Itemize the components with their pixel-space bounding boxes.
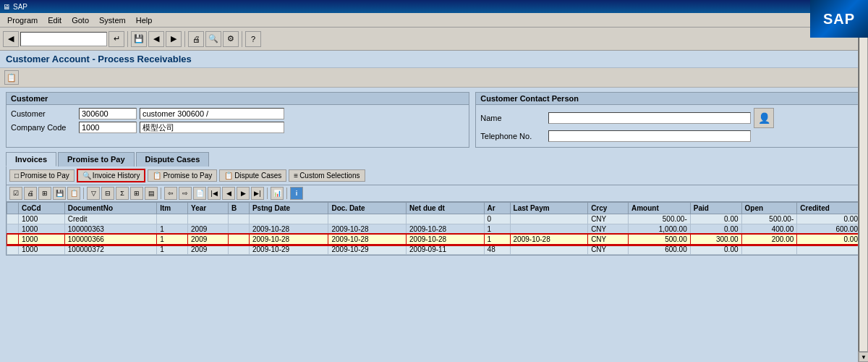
col-year[interactable]: Year bbox=[188, 203, 229, 214]
action-icon-btn[interactable]: 📋 bbox=[4, 70, 19, 85]
cell-year: 2009 bbox=[188, 224, 229, 235]
cell-paid: 300.00 bbox=[690, 235, 741, 245]
cell-itm: 1 bbox=[157, 235, 188, 245]
table-row[interactable]: 1000 100000372 1 2009 2009-10-29 2009-10… bbox=[7, 245, 861, 255]
col-docno[interactable]: DocumentNo bbox=[64, 203, 156, 214]
chart-icon[interactable]: 📊 bbox=[271, 187, 284, 200]
custom-selections-button[interactable]: ≡ Custom Selections bbox=[289, 169, 365, 182]
cell-year: 2009 bbox=[188, 235, 229, 245]
funnel-icon[interactable]: ▽ bbox=[87, 187, 100, 200]
table-row[interactable]: 1000 Credit 0 CNY 500.00- bbox=[7, 214, 861, 224]
promise-to-pay-button[interactable]: □ Promise to Pay bbox=[9, 169, 75, 182]
command-input[interactable] bbox=[20, 32, 107, 46]
col-open[interactable]: Open bbox=[741, 203, 797, 214]
cell-paid: 0.00 bbox=[690, 224, 741, 235]
import-icon[interactable]: ⇦ bbox=[164, 187, 177, 200]
export-icon[interactable]: ⇨ bbox=[179, 187, 192, 200]
cell-credited: 0.00 bbox=[797, 235, 861, 245]
settings-button[interactable]: ⚙ bbox=[223, 31, 239, 47]
dispute-cases-label: Dispute Cases bbox=[234, 172, 281, 180]
save-button[interactable]: 💾 bbox=[131, 31, 147, 47]
customer-panel-body: Customer 300600 customer 300600 / Compan… bbox=[7, 105, 469, 138]
select-all-icon[interactable]: ☑ bbox=[9, 187, 22, 200]
col-paid[interactable]: Paid bbox=[690, 203, 741, 214]
nav-last-icon[interactable]: ▶| bbox=[251, 187, 264, 200]
cell-crcy: CNY bbox=[588, 224, 629, 235]
info-icon[interactable]: i bbox=[290, 187, 303, 200]
save-icon[interactable]: 💾 bbox=[53, 187, 66, 200]
find-button[interactable]: 🔍 bbox=[205, 31, 221, 47]
telephone-label: Telephone No. bbox=[480, 132, 545, 140]
table-row[interactable]: 1000 100000363 1 2009 2009-10-28 2009-10… bbox=[7, 224, 861, 235]
copy-icon[interactable]: 📋 bbox=[67, 187, 80, 200]
col-cocd[interactable]: CoCd bbox=[19, 203, 65, 214]
scroll-track[interactable] bbox=[859, 23, 868, 352]
layout-icon[interactable]: ▤ bbox=[145, 187, 158, 200]
col-credited[interactable]: Credited bbox=[797, 203, 861, 214]
contact-person-icon[interactable]: 👤 bbox=[754, 108, 774, 128]
table-row-selected[interactable]: 1000 100000366 1 2009 2009-10-28 2009-10… bbox=[7, 235, 861, 245]
icon-sep-3 bbox=[267, 188, 268, 199]
cell-netdue: 2009-10-28 bbox=[407, 235, 485, 245]
col-netdue[interactable]: Net due dt bbox=[407, 203, 485, 214]
cell-paid: 0.00 bbox=[690, 245, 741, 255]
nav-forward-button[interactable]: ▶ bbox=[166, 31, 182, 47]
col-select bbox=[7, 203, 19, 214]
tab-dispute-cases[interactable]: Dispute Cases bbox=[136, 152, 210, 167]
help-icon-button[interactable]: ? bbox=[245, 31, 261, 47]
cell-docdate: 2009-10-28 bbox=[328, 235, 407, 245]
nav-next-icon[interactable]: ▶ bbox=[237, 187, 250, 200]
menu-program[interactable]: Program bbox=[3, 15, 42, 25]
tab-promise-to-pay[interactable]: Promise to Pay bbox=[58, 152, 134, 167]
dispute-cases-button[interactable]: 📋 Dispute Cases bbox=[219, 169, 286, 182]
promise-to-pay-2-button[interactable]: 📋 Promise to Pay bbox=[148, 169, 217, 182]
cell-b bbox=[228, 214, 249, 224]
company-code-value: 1000 bbox=[79, 122, 137, 133]
scrollbar-v[interactable]: ▲ ▼ bbox=[858, 13, 868, 362]
back-button[interactable]: ◀ bbox=[3, 31, 19, 47]
cell-lastpaym bbox=[510, 214, 588, 224]
nav-back-button[interactable]: ◀ bbox=[148, 31, 164, 47]
cell-open bbox=[741, 245, 797, 255]
menu-edit[interactable]: Edit bbox=[43, 15, 66, 25]
enter-button[interactable]: ↵ bbox=[109, 31, 124, 47]
nav-prev-icon[interactable]: ◀ bbox=[222, 187, 235, 200]
cell-crcy: CNY bbox=[588, 235, 629, 245]
grid-icon[interactable]: ⊞ bbox=[130, 187, 143, 200]
col-pstng[interactable]: Pstng Date bbox=[249, 203, 328, 214]
nav-first-icon[interactable]: |◀ bbox=[208, 187, 221, 200]
cell-docno: Credit bbox=[64, 214, 156, 224]
cell-pstng: 2009-10-28 bbox=[249, 235, 328, 245]
page-icon[interactable]: 📄 bbox=[193, 187, 206, 200]
promise-to-pay-label: Promise to Pay bbox=[20, 172, 69, 180]
print-icon[interactable]: 🖨 bbox=[24, 187, 37, 200]
col-itm[interactable]: Itm bbox=[157, 203, 188, 214]
menu-help[interactable]: Help bbox=[132, 15, 157, 25]
col-lastpaym[interactable]: Last Paym bbox=[510, 203, 588, 214]
customer-value: 300600 bbox=[79, 108, 137, 119]
col-b[interactable]: B bbox=[228, 203, 249, 214]
company-code-row: Company Code 1000 模型公司 bbox=[11, 122, 464, 133]
scroll-down-button[interactable]: ▼ bbox=[859, 352, 868, 362]
row-select[interactable] bbox=[7, 235, 19, 245]
filter-icon[interactable]: ⊞ bbox=[38, 187, 51, 200]
tab-invoices[interactable]: Invoices bbox=[6, 152, 56, 167]
col-ar[interactable]: Ar bbox=[484, 203, 510, 214]
print-button[interactable]: 🖨 bbox=[188, 31, 204, 47]
sigma-icon[interactable]: Σ bbox=[116, 187, 129, 200]
col-docdate[interactable]: Doc. Date bbox=[328, 203, 407, 214]
row-select[interactable] bbox=[7, 214, 19, 224]
invoice-history-button[interactable]: 🔍 Invoice History bbox=[77, 169, 146, 182]
row-select[interactable] bbox=[7, 224, 19, 235]
menu-system[interactable]: System bbox=[95, 15, 130, 25]
filter2-icon[interactable]: ⊟ bbox=[101, 187, 114, 200]
custom-selections-label: Custom Selections bbox=[299, 172, 359, 180]
cell-netdue: 2009-09-11 bbox=[407, 245, 485, 255]
contact-panel: Customer Contact Person Name 👤 Telephone… bbox=[475, 92, 862, 148]
col-crcy[interactable]: Crcy bbox=[588, 203, 629, 214]
row-select[interactable] bbox=[7, 245, 19, 255]
menu-goto[interactable]: Goto bbox=[67, 15, 93, 25]
col-amount[interactable]: Amount bbox=[629, 203, 691, 214]
separator-1 bbox=[127, 31, 128, 47]
cell-itm: 1 bbox=[157, 224, 188, 235]
